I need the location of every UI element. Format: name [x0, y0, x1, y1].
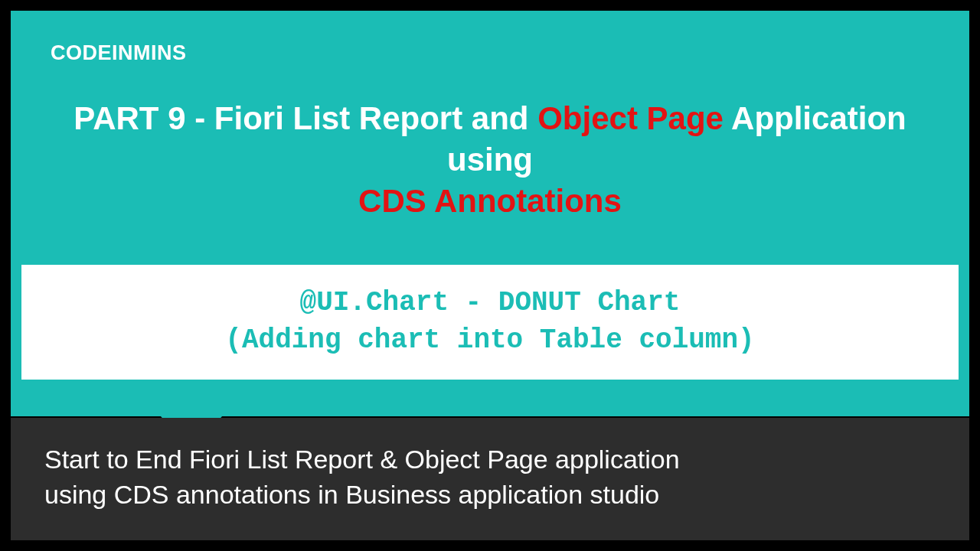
footer-panel: Start to End Fiori List Report & Object … [11, 418, 969, 540]
title-line-1: PART 9 - Fiori List Report and Object Pa… [21, 98, 959, 139]
slide: CODEINMINS PART 9 - Fiori List Report an… [0, 0, 980, 551]
subtitle-line-2: (Adding chart into Table column) [225, 322, 754, 360]
footer-line-2: using CDS annotations in Business applic… [44, 478, 936, 513]
hero-panel: CODEINMINS PART 9 - Fiori List Report an… [11, 11, 969, 416]
title-part-b: Application [724, 100, 906, 136]
title-part-a: PART 9 - Fiori List Report and [74, 100, 537, 136]
title-line-2: using [21, 139, 959, 181]
title-line-3: CDS Annotations [21, 181, 959, 222]
subtitle-panel: @UI.Chart - DONUT Chart (Adding chart in… [21, 265, 959, 380]
subtitle-line-1: @UI.Chart - DONUT Chart [300, 285, 681, 322]
title-highlight-1: Object Page [537, 100, 724, 136]
footer-line-1: Start to End Fiori List Report & Object … [44, 442, 936, 478]
title-area: PART 9 - Fiori List Report and Object Pa… [21, 98, 959, 221]
title-highlight-2: CDS Annotations [358, 183, 622, 219]
brand-label: CODEINMINS [51, 41, 187, 65]
